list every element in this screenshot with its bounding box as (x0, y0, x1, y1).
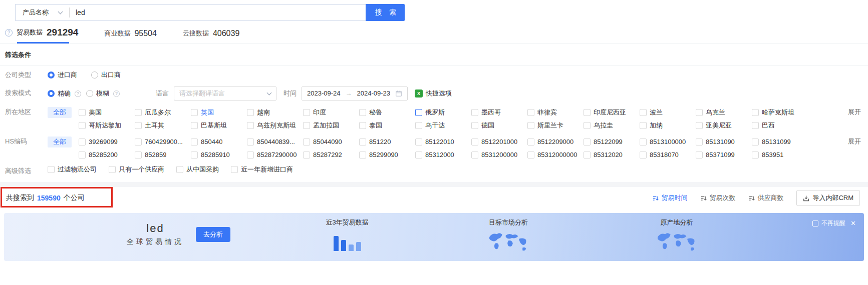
checkbox-icon[interactable] (48, 166, 55, 173)
checkbox-icon[interactable] (303, 122, 310, 129)
checkbox-icon[interactable] (415, 152, 422, 158)
hs-option[interactable]: 8512201000 (471, 137, 527, 146)
checkbox-icon[interactable] (471, 138, 478, 146)
checkbox-icon[interactable] (471, 122, 478, 129)
tab-business-data[interactable]: 商业数据 95504 (104, 29, 157, 44)
exact-radio[interactable]: 精确? (48, 87, 81, 100)
checkbox-icon[interactable] (359, 152, 366, 158)
hs-option[interactable]: 85312000000 (527, 150, 584, 160)
checkbox-icon[interactable] (471, 152, 478, 158)
hs-option[interactable]: 850440839... (247, 137, 303, 146)
checkbox-icon[interactable] (135, 138, 142, 146)
hs-option[interactable]: 8531200000 (471, 150, 527, 160)
hs-option[interactable]: 85287292 (303, 150, 359, 160)
checkbox-icon[interactable] (696, 152, 703, 158)
checkbox-icon[interactable] (191, 122, 198, 129)
hs-option[interactable]: 85312000 (415, 150, 471, 160)
region-option[interactable]: 哥斯达黎加 (79, 120, 135, 130)
checkbox-icon[interactable] (584, 109, 591, 116)
info-icon[interactable]: ? (75, 90, 81, 97)
region-option[interactable]: 德国 (471, 120, 527, 130)
hs-option[interactable]: 853951 (752, 150, 808, 160)
quick-options-button[interactable]: X 快捷选项 (415, 87, 452, 100)
checkbox-icon[interactable] (247, 152, 254, 158)
checkbox-icon[interactable] (752, 109, 759, 116)
hs-option[interactable]: 85318070 (640, 150, 696, 160)
hs-all-badge[interactable]: 全部 (48, 136, 72, 148)
checkbox-icon[interactable] (303, 152, 310, 158)
checkbox-icon[interactable] (359, 138, 366, 146)
date-end[interactable]: 2024-09-23 (357, 87, 391, 100)
checkbox-icon[interactable] (696, 122, 703, 129)
info-icon[interactable]: ? (113, 90, 120, 97)
sort-trade-count[interactable]: 贸易次数 (700, 194, 735, 202)
checkbox-icon[interactable] (231, 166, 238, 173)
checkbox-icon[interactable] (584, 138, 591, 146)
region-option[interactable]: 波兰 (640, 108, 696, 117)
checkbox-icon[interactable] (527, 122, 534, 129)
checkbox-icon[interactable] (191, 138, 198, 146)
checkbox-icon[interactable] (415, 122, 422, 129)
region-option[interactable]: 加纳 (640, 120, 696, 130)
date-range-picker[interactable]: 2023-09-24 → 2024-09-23 (302, 86, 408, 100)
language-select[interactable]: 请选择翻译语言 (174, 86, 276, 100)
checkbox-icon[interactable] (109, 166, 116, 173)
hs-option[interactable]: 85287290000 (247, 150, 303, 160)
region-option[interactable]: 印度 (303, 108, 359, 117)
region-option[interactable]: 厄瓜多尔 (135, 108, 191, 117)
region-option[interactable]: 美国 (79, 108, 135, 117)
region-option[interactable]: 秘鲁 (359, 108, 415, 117)
importer-radio[interactable]: 进口商 (48, 68, 77, 82)
advanced-option[interactable]: 从中国采购 (176, 164, 219, 174)
checkbox-icon[interactable] (584, 122, 591, 129)
analyze-button[interactable]: 去分析 (196, 227, 230, 242)
checkbox-icon[interactable] (359, 109, 366, 116)
hs-expand-link[interactable]: 展开 (848, 135, 863, 148)
checkbox-icon[interactable] (640, 109, 647, 116)
exporter-radio[interactable]: 出口商 (91, 68, 121, 82)
checkbox-icon[interactable] (79, 138, 86, 146)
checkbox-icon[interactable] (135, 152, 142, 158)
hs-option[interactable]: 852859 (135, 150, 191, 160)
region-option[interactable]: 巴西 (752, 120, 808, 130)
hs-option[interactable]: 85299090 (359, 150, 415, 160)
checkbox-icon[interactable] (640, 138, 647, 146)
region-all-badge[interactable]: 全部 (48, 107, 72, 118)
hs-option[interactable]: 85122099 (584, 137, 640, 146)
hs-option[interactable]: 39269099 (79, 137, 135, 146)
checkbox-icon[interactable] (527, 138, 534, 146)
checkbox-icon[interactable] (303, 109, 310, 116)
sort-supplier-count[interactable]: 供应商数 (748, 194, 783, 202)
advanced-option[interactable]: 过滤物流公司 (48, 164, 97, 174)
checkbox-icon[interactable] (696, 138, 703, 146)
region-option[interactable]: 巴基斯坦 (191, 120, 247, 130)
region-option[interactable]: 土耳其 (135, 120, 191, 130)
region-option[interactable]: 哈萨克斯坦 (752, 108, 808, 117)
hs-option[interactable]: 85312020 (584, 150, 640, 160)
checkbox-icon[interactable] (247, 122, 254, 129)
region-option[interactable]: 俄罗斯 (415, 108, 471, 117)
checkbox-icon[interactable] (191, 152, 198, 158)
checkbox-icon[interactable] (752, 152, 759, 158)
region-option[interactable]: 乌兹别克斯坦 (247, 120, 303, 130)
checkbox-icon[interactable] (696, 109, 703, 116)
hs-option[interactable]: 851220 (359, 137, 415, 146)
checkbox-icon[interactable] (79, 152, 86, 158)
hs-option[interactable]: 85131090 (696, 137, 752, 146)
results-count[interactable]: 159590 (37, 194, 61, 202)
close-icon[interactable]: ✕ (850, 220, 856, 227)
fuzzy-radio[interactable]: 模糊? (86, 87, 120, 100)
checkbox-icon[interactable] (303, 138, 310, 146)
region-option[interactable]: 亚美尼亚 (696, 120, 752, 130)
hs-option[interactable]: 850440 (191, 137, 247, 146)
checkbox-icon[interactable] (247, 109, 254, 116)
hs-option[interactable]: 85285200 (79, 150, 135, 160)
search-button[interactable]: 搜 索 (366, 4, 405, 21)
region-option[interactable]: 斯里兰卡 (527, 120, 584, 130)
checkbox-icon[interactable] (415, 109, 422, 116)
checkbox-icon[interactable] (752, 122, 759, 129)
region-option[interactable]: 孟加拉国 (303, 120, 359, 130)
checkbox-icon[interactable] (415, 138, 422, 146)
checkbox-icon[interactable] (527, 152, 534, 158)
checkbox-icon[interactable] (359, 122, 366, 129)
